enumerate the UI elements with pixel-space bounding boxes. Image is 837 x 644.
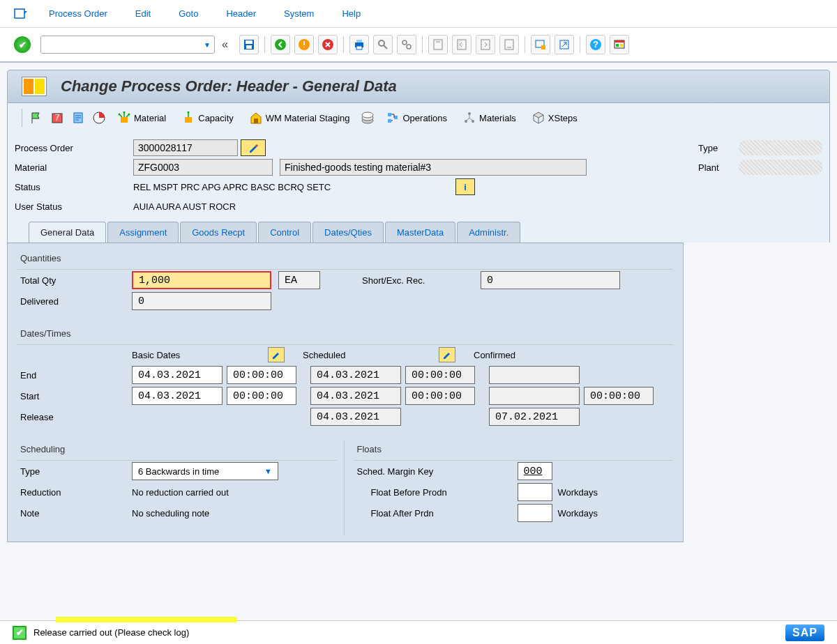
reduction-value: No reduction carried out: [132, 487, 229, 498]
menu-help[interactable]: Help: [342, 8, 361, 19]
svg-point-10: [379, 40, 384, 46]
highlight-strip: [56, 617, 237, 622]
menu-process-order[interactable]: Process Order: [49, 8, 107, 19]
user-status-value: AUIA AURA AUST ROCR: [133, 201, 236, 212]
find-button[interactable]: [373, 35, 393, 54]
reduction-label: Reduction: [20, 487, 132, 498]
menu-system[interactable]: System: [284, 8, 314, 19]
menu-header[interactable]: Header: [226, 8, 256, 19]
wm-staging-label: WM Material Staging: [266, 113, 350, 123]
costs-icon[interactable]: [92, 111, 106, 125]
float-before-field[interactable]: [518, 483, 552, 501]
type-label: Type: [698, 143, 733, 153]
scheduled-edit-button[interactable]: [439, 347, 455, 362]
edit-order-button[interactable]: [241, 139, 266, 156]
new-session-button[interactable]: [531, 35, 550, 54]
svg-point-31: [119, 114, 121, 116]
tab-masterdata[interactable]: MasterData: [385, 222, 455, 243]
tab-administr[interactable]: Administr.: [457, 222, 520, 243]
svg-rect-41: [388, 119, 391, 123]
capacity-button[interactable]: Capacity: [177, 109, 238, 127]
basic-end-date[interactable]: [132, 366, 223, 384]
sap-logo: SAP: [785, 624, 824, 641]
operations-button[interactable]: Operations: [382, 109, 451, 127]
cancel-button[interactable]: [318, 35, 338, 54]
system-toolbar: ✔ ▼ « ?: [0, 28, 837, 63]
status-info-button[interactable]: i: [455, 178, 475, 195]
print-button[interactable]: [349, 35, 369, 54]
tab-assignment[interactable]: Assignment: [107, 222, 179, 243]
sched-type-select[interactable]: 6 Backwards in time: [132, 462, 278, 480]
wm-staging-button[interactable]: WM Material Staging: [245, 109, 354, 127]
svg-rect-9: [356, 46, 362, 49]
materials-button[interactable]: Materials: [458, 109, 520, 127]
first-page-button[interactable]: [428, 35, 448, 54]
layout-button[interactable]: [610, 35, 629, 54]
end-label: End: [20, 370, 132, 381]
operations-icon: [386, 111, 400, 125]
margin-key-field[interactable]: [518, 462, 552, 480]
basic-end-time[interactable]: [227, 366, 296, 384]
short-exc-label: Short/Exc. Rec.: [362, 275, 481, 286]
menu-goto[interactable]: Goto: [179, 8, 198, 19]
planning-icon[interactable]: [361, 111, 375, 125]
sched-type-label: Type: [20, 466, 132, 477]
read-icon[interactable]: [71, 111, 85, 125]
xsteps-button[interactable]: XSteps: [527, 109, 582, 127]
last-page-button[interactable]: [499, 35, 519, 54]
tab-dates-qties[interactable]: Dates/Qties: [312, 222, 384, 243]
enter-button[interactable]: ✔: [14, 36, 31, 53]
col-confirmed-label: Confirmed: [474, 350, 631, 360]
tabstrip: General Data Assignment Goods Recpt Cont…: [7, 219, 830, 243]
help-button[interactable]: ?: [586, 35, 605, 54]
float-after-label: Float After Prdn: [371, 508, 518, 519]
exit-button[interactable]: [294, 35, 314, 54]
prev-page-button[interactable]: [452, 35, 472, 54]
float-after-field[interactable]: [518, 504, 552, 522]
floats-title: Floats: [354, 440, 674, 459]
float-before-label: Float Before Prodn: [371, 487, 518, 498]
material-field[interactable]: [133, 159, 273, 176]
plant-value: [739, 160, 822, 175]
svg-rect-0: [15, 9, 24, 18]
flag-icon[interactable]: [29, 111, 43, 125]
svg-rect-14: [458, 40, 466, 49]
basic-start-date[interactable]: [132, 387, 223, 405]
scheduling-group: Scheduling Type 6 Backwards in time Redu…: [17, 440, 337, 529]
svg-rect-36: [254, 118, 258, 123]
svg-point-33: [123, 112, 126, 114]
float-before-unit: Workdays: [558, 487, 598, 498]
find-next-button[interactable]: [397, 35, 416, 54]
menu-edit[interactable]: Edit: [135, 8, 151, 19]
svg-point-4: [275, 39, 286, 50]
shortcut-button[interactable]: [555, 35, 574, 54]
basic-edit-button[interactable]: [268, 347, 285, 362]
short-exc-field: [481, 271, 620, 289]
schedule-icon[interactable]: 7: [50, 111, 64, 125]
command-dropdown-icon[interactable]: ▼: [204, 41, 211, 49]
type-value: [739, 140, 822, 155]
material-icon: [117, 111, 131, 125]
plant-label: Plant: [698, 162, 733, 173]
material-button[interactable]: Material: [113, 109, 170, 127]
process-order-field[interactable]: [133, 139, 238, 156]
tab-control[interactable]: Control: [258, 222, 311, 243]
save-button[interactable]: [239, 35, 259, 54]
next-page-button[interactable]: [476, 35, 495, 54]
total-qty-field[interactable]: [132, 271, 271, 289]
tab-general-data[interactable]: General Data: [29, 222, 106, 243]
svg-point-39: [362, 112, 373, 118]
note-label: Note: [20, 508, 132, 519]
transaction-icon: [22, 77, 47, 96]
collapse-icon[interactable]: «: [222, 38, 228, 51]
back-button[interactable]: [271, 35, 290, 54]
command-field[interactable]: [40, 36, 215, 54]
svg-point-32: [128, 114, 130, 116]
floats-group: Floats Sched. Margin Key Float Before Pr…: [354, 440, 674, 529]
dates-group: Dates/Times Basic Dates Scheduled Confir…: [17, 324, 673, 433]
basic-start-time[interactable]: [227, 387, 296, 405]
page-title: Change Process Order: Header - General D…: [61, 77, 397, 95]
tab-goods-recpt[interactable]: Goods Recpt: [180, 222, 257, 243]
menubar: Process Order Edit Goto Header System He…: [0, 0, 837, 28]
conf-release-date: [489, 408, 580, 426]
